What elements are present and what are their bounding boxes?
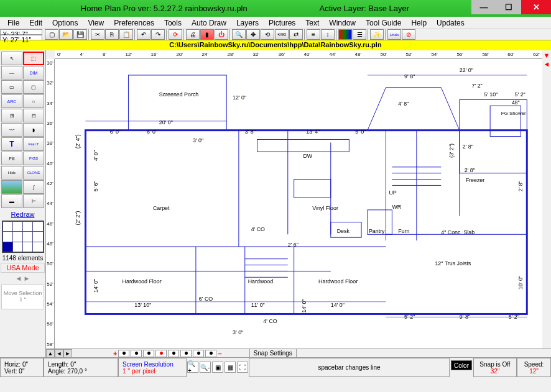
save-icon[interactable]: 💾 (73, 29, 87, 40)
window-tool[interactable]: ⊞ (1, 109, 22, 122)
arc-tool[interactable]: ARC (1, 94, 22, 108)
undo-ring-icon[interactable]: Undo (387, 29, 401, 40)
door-tool[interactable]: ◗ (23, 123, 44, 137)
undo-icon[interactable]: ↶ (137, 29, 150, 40)
measure-tool[interactable]: ⊢ (23, 194, 44, 208)
redraw-button[interactable]: Redraw (0, 209, 45, 219)
scroll-left-icon[interactable]: ◄ (55, 349, 63, 358)
color-button[interactable]: Color (451, 360, 472, 370)
scroll-up-down-icon[interactable]: ▲ (46, 349, 55, 358)
door-icon[interactable]: ▮ (200, 29, 214, 40)
snap-dot[interactable] (155, 350, 167, 357)
snap-dot[interactable] (180, 350, 192, 357)
drawing-canvas[interactable]: Screened Porch Carpet Vinyl Floor Desk P… (55, 59, 542, 349)
menu-tools[interactable]: Tools (159, 17, 187, 29)
menu-options[interactable]: Options (47, 17, 83, 29)
colors-icon[interactable] (338, 29, 352, 40)
snap-minus-icon[interactable]: – (218, 350, 221, 357)
clone-tool[interactable]: CLONE (23, 166, 44, 180)
zoom-box1-icon[interactable]: ▣ (212, 362, 223, 373)
snap-dot[interactable] (143, 350, 154, 357)
redo-icon[interactable]: ↷ (151, 29, 165, 40)
svg-text:Hardwood Floor: Hardwood Floor (318, 278, 358, 285)
left-arrow-icon[interactable]: ◄ (16, 275, 22, 282)
active-layer: Active Layer: Base Layer (319, 4, 409, 13)
move-icon[interactable]: ✥ (246, 29, 260, 40)
print-icon[interactable]: 🖨 (186, 29, 200, 40)
snap-status[interactable]: Snap is Off (478, 361, 512, 368)
snap-dot[interactable] (118, 350, 129, 357)
menu-updates[interactable]: Updates (432, 17, 470, 29)
layers-icon[interactable]: ☰ (353, 29, 366, 40)
zoom-out-icon[interactable]: 🔍- (200, 362, 211, 373)
fasttext-tool[interactable]: Fast T (23, 137, 44, 151)
minimize-button[interactable]: — (471, 0, 496, 14)
paste-icon[interactable]: 📋 (119, 29, 133, 40)
menu-preferences[interactable]: Preferences (109, 17, 159, 29)
circle-tool[interactable]: ○ (23, 94, 44, 108)
exit-icon[interactable]: ⏻ (215, 29, 228, 40)
menu-autodraw[interactable]: Auto Draw (187, 17, 231, 29)
speed-label: Speed: (521, 361, 547, 368)
wand-icon[interactable]: ✨ (370, 29, 384, 40)
close-button[interactable]: ✕ (521, 0, 551, 14)
copy-icon[interactable]: ⎘ (105, 29, 119, 40)
coord-x: X: 23' 7" (0, 29, 42, 35)
move-selection[interactable]: Move Selection 1 " (1, 285, 44, 309)
nav-grid[interactable] (2, 221, 44, 253)
svg-text:12' 0": 12' 0" (233, 94, 246, 101)
rotate90-icon[interactable]: ⟲90 (275, 29, 289, 40)
zoom-box2-icon[interactable]: ▦ (225, 362, 236, 373)
maximize-button[interactable]: ☐ (496, 0, 521, 14)
flip-icon[interactable]: ⇄ (289, 29, 303, 40)
rect-tool[interactable]: ▭ (1, 80, 22, 94)
align-icon[interactable]: ≡ (307, 29, 320, 40)
menu-window[interactable]: Window (324, 17, 361, 29)
menu-pictures[interactable]: Pictures (264, 17, 300, 29)
zoom-fit-icon[interactable]: ⛶ (237, 362, 248, 373)
spline-tool[interactable]: ∫ (23, 180, 44, 194)
figs-tool[interactable]: FIGS (23, 152, 44, 165)
snap-dot[interactable] (131, 350, 142, 357)
snap-settings-button[interactable]: Snap Settings (249, 349, 297, 358)
rect2-tool[interactable]: ▢ (23, 80, 44, 94)
zoom-icon[interactable]: 🔍 (232, 29, 246, 40)
menu-layers[interactable]: Layers (231, 17, 264, 29)
menu-file[interactable]: File (2, 17, 24, 29)
select-tool[interactable]: ⬚ (23, 52, 44, 65)
menu-toolguide[interactable]: Tool Guide (361, 17, 406, 29)
title-bar: Home Plan Pro ver: 5.2.27.2 rainbowsky.r… (0, 0, 551, 17)
menu-edit[interactable]: Edit (24, 17, 47, 29)
line-tool[interactable]: — (1, 66, 22, 80)
right-arrow-icon[interactable]: ► (24, 275, 30, 282)
resize-icon[interactable]: ↕ (321, 29, 335, 40)
menu-text[interactable]: Text (300, 17, 324, 29)
scroll-right-icon[interactable]: ► (63, 349, 72, 358)
status-resolution: Screen Resolution (123, 361, 182, 368)
usa-mode[interactable]: USA Mode (1, 263, 45, 273)
svg-text:14' 0": 14' 0" (93, 279, 99, 293)
wall-tool[interactable]: ▬ (1, 194, 22, 208)
new-icon[interactable]: ▢ (45, 29, 58, 40)
grid-tool[interactable]: ⊟ (23, 109, 44, 122)
cut-icon[interactable]: ✂ (91, 29, 104, 40)
snap-dot[interactable] (193, 350, 204, 357)
curve-tool[interactable]: 〰 (1, 123, 22, 137)
dim-tool[interactable]: DIM (23, 66, 44, 80)
refresh-icon[interactable]: ⟳ (169, 29, 182, 40)
text-tool[interactable]: T (1, 137, 22, 151)
menu-view[interactable]: View (83, 17, 109, 29)
snap-dot[interactable] (205, 350, 216, 357)
stop-icon[interactable]: ⊘ (402, 29, 415, 40)
image-tool[interactable] (1, 180, 22, 194)
svg-text:Freezer: Freezer (466, 177, 485, 183)
zoom-in-icon[interactable]: 🔍+ (187, 362, 198, 373)
pointer-tool[interactable]: ↖ (1, 52, 22, 65)
snap-dot[interactable] (168, 350, 179, 357)
rotate-icon[interactable]: ⟲ (261, 29, 274, 40)
snap-plus-icon[interactable]: + (113, 350, 117, 357)
hide-tool[interactable]: Hide (1, 166, 22, 180)
open-icon[interactable]: 📂 (59, 29, 73, 40)
menu-help[interactable]: Help (406, 17, 432, 29)
fill-tool[interactable]: Fill (1, 152, 22, 165)
